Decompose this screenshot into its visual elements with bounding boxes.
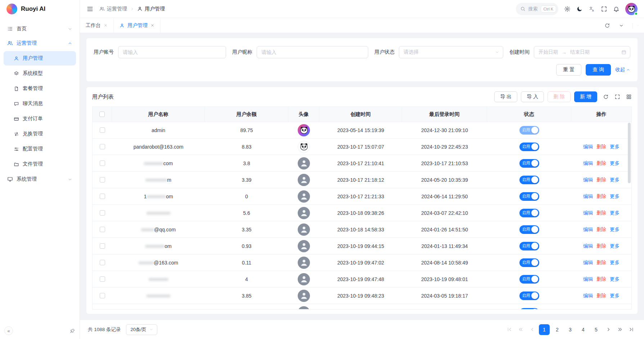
more-link[interactable]: 更多 (610, 160, 620, 167)
delete-button[interactable]: 删 除 (548, 91, 571, 102)
export-button[interactable]: 导 出 (494, 91, 517, 102)
reset-button[interactable]: 重 置 (556, 64, 581, 76)
sidebar-item-operations[interactable]: 运营管理 (4, 36, 76, 50)
row-checkbox[interactable] (100, 276, 105, 282)
row-checkbox[interactable] (100, 161, 105, 166)
edit-link[interactable]: 编辑 (583, 177, 593, 183)
page-button-3[interactable]: 3 (565, 324, 576, 335)
status-toggle[interactable]: 启用 (519, 192, 539, 201)
table-scrollbar[interactable] (628, 123, 631, 183)
delete-link[interactable]: 删除 (596, 160, 606, 167)
status-toggle[interactable]: 启用 (519, 176, 539, 184)
collapse-filter-link[interactable]: 收起 (615, 67, 630, 73)
status-toggle[interactable]: 启用 (519, 126, 539, 135)
notifications-icon[interactable] (613, 6, 620, 12)
delete-link[interactable]: 删除 (596, 144, 606, 150)
select-all-checkbox[interactable] (99, 112, 105, 117)
status-toggle[interactable]: 启用 (519, 242, 539, 250)
edit-link[interactable]: 编辑 (583, 144, 593, 150)
sidebar-item-system[interactable]: 系统管理 (4, 172, 76, 186)
sidebar-item-home[interactable]: 首页 (4, 22, 76, 36)
edit-link[interactable]: 编辑 (583, 293, 593, 299)
more-link[interactable]: 更多 (610, 226, 620, 233)
more-link[interactable]: 更多 (610, 243, 620, 249)
global-search[interactable]: 搜索 Ctrl K (516, 3, 559, 15)
close-icon[interactable] (104, 23, 108, 27)
sidebar-item-2[interactable]: 套餐管理 (4, 81, 76, 96)
edit-link[interactable]: 编辑 (583, 276, 593, 282)
status-select[interactable]: 请选择 (399, 46, 503, 58)
more-link[interactable]: 更多 (610, 293, 620, 299)
breadcrumb-user-mgmt[interactable]: 用户管理 (137, 6, 165, 12)
first-page-button[interactable] (504, 325, 514, 334)
delete-link[interactable]: 删除 (596, 293, 606, 299)
settings-icon[interactable] (564, 6, 571, 12)
status-toggle[interactable]: 启用 (519, 275, 539, 284)
more-link[interactable]: 更多 (610, 309, 620, 309)
prev-10-pages-button[interactable] (516, 325, 525, 334)
row-checkbox[interactable] (100, 194, 105, 199)
delete-link[interactable]: 删除 (596, 276, 606, 282)
dark-mode-icon[interactable] (576, 6, 583, 12)
edit-link[interactable]: 编辑 (583, 160, 593, 167)
more-link[interactable]: 更多 (610, 259, 620, 266)
status-toggle[interactable]: 启用 (519, 143, 539, 151)
status-toggle[interactable]: 启用 (519, 258, 539, 267)
pin-icon[interactable] (70, 328, 75, 334)
sidebar-item-1[interactable]: 系统模型 (4, 66, 76, 81)
sidebar-item-4[interactable]: 支付订单 (4, 112, 76, 126)
delete-link[interactable]: 删除 (596, 259, 606, 266)
more-link[interactable]: 更多 (610, 177, 620, 183)
row-checkbox[interactable] (100, 243, 105, 249)
sidebar-item-6[interactable]: 配置管理 (4, 142, 76, 156)
delete-link[interactable]: 删除 (596, 309, 606, 309)
edit-link[interactable]: 编辑 (583, 226, 593, 233)
row-checkbox[interactable] (100, 260, 105, 265)
search-button[interactable]: 查 询 (586, 64, 611, 76)
sidebar-item-3[interactable]: 聊天消息 (4, 96, 76, 111)
row-checkbox[interactable] (100, 127, 105, 133)
edit-link[interactable]: 编辑 (583, 309, 593, 309)
page-button-1[interactable]: 1 (539, 324, 550, 335)
edit-link[interactable]: 编辑 (583, 243, 593, 249)
delete-link[interactable]: 删除 (596, 243, 606, 249)
row-checkbox[interactable] (100, 293, 105, 298)
status-toggle[interactable]: 启用 (519, 291, 539, 300)
menu-toggle-icon[interactable] (86, 5, 94, 13)
row-checkbox[interactable] (100, 177, 105, 182)
account-input[interactable] (118, 46, 226, 58)
delete-link[interactable]: 删除 (596, 177, 606, 183)
tab-workbench[interactable]: 工作台 (80, 18, 114, 33)
edit-link[interactable]: 编辑 (583, 193, 593, 200)
more-link[interactable]: 更多 (610, 193, 620, 200)
edit-link[interactable]: 编辑 (583, 259, 593, 266)
prev-page-button[interactable] (527, 325, 537, 334)
refresh-table-icon[interactable] (603, 94, 609, 100)
last-page-button[interactable] (627, 325, 636, 334)
user-avatar-menu[interactable] (625, 3, 638, 15)
row-checkbox[interactable] (100, 210, 105, 216)
page-button-5[interactable]: 5 (591, 324, 602, 335)
more-link[interactable]: 更多 (610, 210, 620, 216)
date-range-picker[interactable]: 开始日期 → 结束日期 (534, 46, 630, 58)
page-button-4[interactable]: 4 (578, 324, 589, 335)
sidebar-item-7[interactable]: 文件管理 (4, 157, 76, 171)
language-icon[interactable]: 文A (589, 6, 595, 12)
tab-options-icon[interactable] (619, 23, 624, 28)
breadcrumb-operations[interactable]: 运营管理 (99, 6, 127, 12)
delete-link[interactable]: 删除 (596, 210, 606, 216)
page-button-2[interactable]: 2 (552, 324, 563, 335)
delete-link[interactable]: 删除 (596, 226, 606, 233)
next-page-button[interactable] (604, 325, 613, 334)
import-button[interactable]: 导 入 (521, 91, 544, 102)
refresh-page-icon[interactable] (604, 23, 610, 28)
column-settings-icon[interactable] (626, 94, 632, 100)
next-10-pages-button[interactable] (615, 325, 625, 334)
status-toggle[interactable]: 启用 (519, 159, 539, 168)
sidebar-item-5[interactable]: 兑换管理 (4, 127, 76, 141)
add-button[interactable]: 新 增 (574, 91, 597, 102)
row-checkbox[interactable] (100, 227, 105, 232)
sidebar-item-0[interactable]: 用户管理 (4, 51, 76, 65)
page-size-select[interactable]: 20条/页 (126, 324, 157, 335)
nickname-input[interactable] (257, 46, 368, 58)
